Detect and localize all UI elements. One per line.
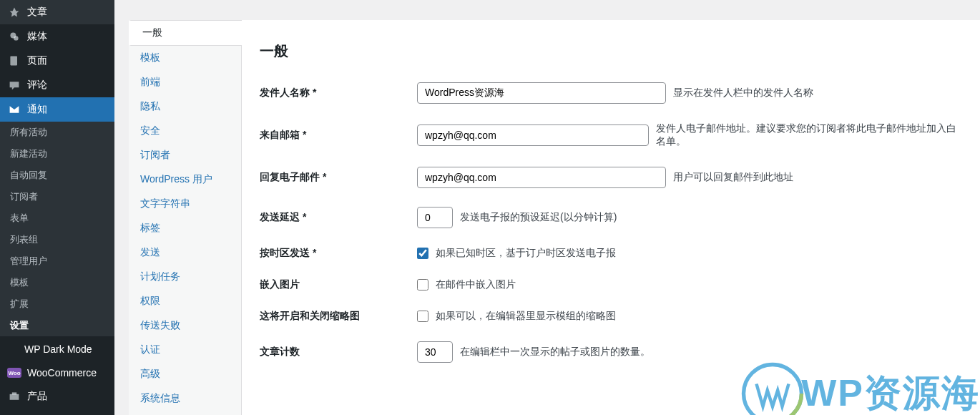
tab-wp-users[interactable]: WordPress 用户	[129, 167, 241, 192]
row-reply-email: 回复电子邮件 * 用户可以回复邮件到此地址	[260, 167, 962, 188]
checkbox-embed-images[interactable]	[417, 279, 428, 290]
checkbox-thumbnails[interactable]	[417, 311, 428, 322]
envelope-icon	[7, 104, 21, 115]
tab-auth[interactable]: 认证	[129, 338, 241, 362]
label-thumbnails: 这将开启和关闭缩略图	[260, 310, 417, 323]
tab-permissions[interactable]: 权限	[129, 289, 241, 313]
moon-icon	[7, 342, 19, 356]
sub-nav: 所有活动 新建活动 自动回复 订阅者 表单 列表组 管理用户 模板 扩展 设置	[0, 122, 114, 336]
svg-rect-4	[12, 392, 16, 394]
subnav-settings[interactable]: 设置	[0, 315, 114, 336]
nav-posts[interactable]: 文章	[0, 0, 114, 24]
label-timezone: 按时区发送 *	[260, 247, 417, 260]
desc-reply-email: 用户可以回复邮件到此地址	[673, 171, 793, 184]
pin-icon	[7, 6, 21, 18]
label-send-delay: 发送延迟 *	[260, 211, 417, 224]
input-post-count[interactable]	[417, 341, 453, 363]
tab-template[interactable]: 模板	[129, 46, 241, 70]
input-send-delay[interactable]	[417, 207, 453, 228]
nav-dark-mode-label: WP Dark Mode	[24, 343, 92, 355]
woo-icon: Woo	[7, 368, 21, 378]
tab-frontend[interactable]: 前端	[129, 70, 241, 94]
comment-icon	[7, 79, 21, 91]
nav-woocommerce[interactable]: Woo WooCommerce	[0, 361, 114, 384]
row-sender-name: 发件人名称 * 显示在发件人栏中的发件人名称	[260, 82, 962, 104]
tab-security[interactable]: 安全	[129, 119, 241, 143]
label-from-email: 来自邮箱 *	[260, 129, 417, 142]
tab-text-strings[interactable]: 文字字符串	[129, 192, 241, 216]
nav-comments-label: 评论	[27, 79, 47, 92]
nav-media[interactable]: 媒体	[0, 24, 114, 49]
nav-pages[interactable]: 页面	[0, 49, 114, 73]
subnav-manage-users[interactable]: 管理用户	[0, 250, 114, 272]
label-embed-images: 嵌入图片	[260, 278, 417, 291]
nav-notifications[interactable]: 通知	[0, 97, 114, 122]
desc-send-delay: 发送电子报的预设延迟(以分钟计算)	[460, 211, 617, 224]
desc-post-count: 在编辑栏中一次显示的帖子或图片的数量。	[460, 346, 650, 358]
nav-comments[interactable]: 评论	[0, 73, 114, 97]
subnav-templates[interactable]: 模板	[0, 272, 114, 293]
tab-subscribers[interactable]: 订阅者	[129, 143, 241, 167]
row-from-email: 来自邮箱 * 发件人电子邮件地址。建议要求您的订阅者将此电子邮件地址加入白名单。	[260, 122, 962, 148]
desc-embed-images: 在邮件中嵌入图片	[436, 278, 516, 291]
desc-from-email: 发件人电子邮件地址。建议要求您的订阅者将此电子邮件地址加入白名单。	[656, 122, 962, 148]
subnav-all-activity[interactable]: 所有活动	[0, 122, 114, 143]
row-embed-images: 嵌入图片 在邮件中嵌入图片	[260, 278, 962, 291]
desc-sender-name: 显示在发件人栏中的发件人名称	[673, 87, 813, 99]
tab-system-info[interactable]: 系统信息	[129, 386, 241, 411]
settings-content: 一般 发件人名称 * 显示在发件人栏中的发件人名称 来自邮箱 * 发件人电子邮件…	[242, 20, 980, 415]
row-timezone: 按时区发送 * 如果已知时区，基于订户时区发送电子报	[260, 247, 962, 260]
row-thumbnails: 这将开启和关闭缩略图 如果可以，在编辑器里显示模组的缩略图	[260, 310, 962, 323]
input-reply-email[interactable]	[417, 167, 666, 188]
subnav-subscribers[interactable]: 订阅者	[0, 186, 114, 208]
tab-tags[interactable]: 标签	[129, 216, 241, 240]
subnav-new-activity[interactable]: 新建活动	[0, 143, 114, 165]
nav-notifications-label: 通知	[27, 103, 47, 116]
tab-privacy[interactable]: 隐私	[129, 94, 241, 119]
input-from-email[interactable]	[417, 125, 649, 146]
desc-thumbnails: 如果可以，在编辑器里显示模组的缩略图	[436, 310, 616, 323]
media-icon	[7, 31, 21, 42]
tab-send[interactable]: 发送	[129, 240, 241, 265]
tab-admin-settings[interactable]: 管理设置	[129, 411, 241, 415]
nav-products-label: 产品	[27, 390, 47, 403]
subnav-extensions[interactable]: 扩展	[0, 293, 114, 315]
settings-tabs: 一般 模板 前端 隐私 安全 订阅者 WordPress 用户 文字字符串 标签…	[129, 20, 242, 415]
products-icon	[7, 391, 21, 402]
page-icon	[7, 55, 21, 67]
nav-media-label: 媒体	[27, 30, 47, 43]
nav-posts-label: 文章	[27, 6, 47, 19]
label-sender-name: 发件人名称 *	[260, 87, 417, 99]
page-title: 一般	[260, 42, 962, 61]
tab-general[interactable]: 一般	[129, 20, 242, 46]
nav-dark-mode[interactable]: WP Dark Mode	[0, 336, 114, 361]
nav-products[interactable]: 产品	[0, 384, 114, 409]
tab-delivery-fail[interactable]: 传送失败	[129, 313, 241, 338]
row-post-count: 文章计数 在编辑栏中一次显示的帖子或图片的数量。	[260, 341, 962, 363]
svg-point-1	[14, 36, 18, 40]
label-post-count: 文章计数	[260, 346, 417, 358]
nav-pages-label: 页面	[27, 54, 47, 67]
subnav-auto-reply[interactable]: 自动回复	[0, 165, 114, 186]
input-sender-name[interactable]	[417, 82, 666, 104]
checkbox-timezone[interactable]	[417, 248, 428, 259]
row-send-delay: 发送延迟 * 发送电子报的预设延迟(以分钟计算)	[260, 207, 962, 228]
tab-advanced[interactable]: 高级	[129, 362, 241, 386]
label-reply-email: 回复电子邮件 *	[260, 171, 417, 184]
nav-woocommerce-label: WooCommerce	[27, 367, 97, 379]
admin-sidebar: 文章 媒体 页面 评论 通知 所有活动 新建活动 自动回复 订阅者 表单 列表组…	[0, 0, 114, 415]
subnav-forms[interactable]: 表单	[0, 208, 114, 229]
desc-timezone: 如果已知时区，基于订户时区发送电子报	[436, 247, 616, 260]
svg-rect-2	[10, 57, 17, 66]
tab-cron[interactable]: 计划任务	[129, 265, 241, 289]
subnav-lists[interactable]: 列表组	[0, 229, 114, 250]
svg-rect-3	[10, 394, 19, 400]
